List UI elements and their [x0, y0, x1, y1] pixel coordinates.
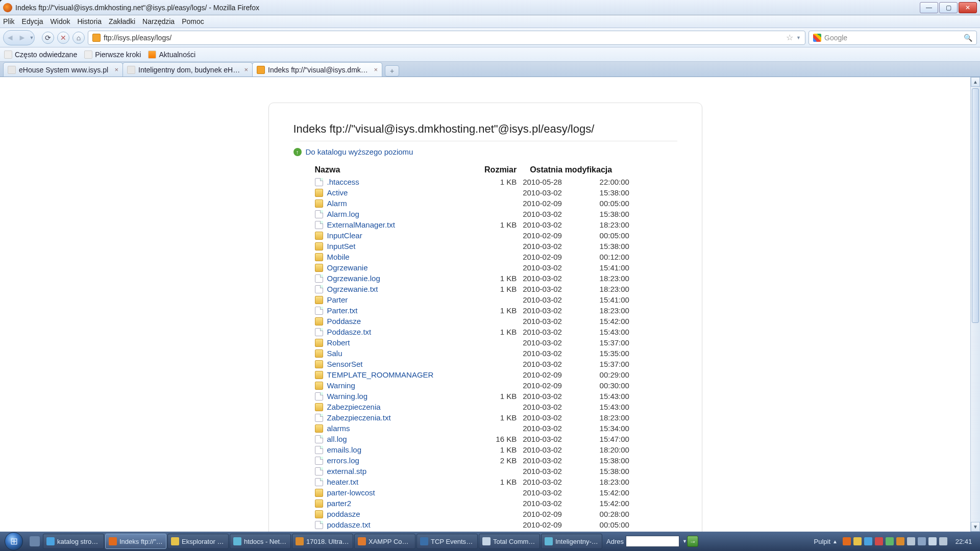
entry-link[interactable]: TEMPLATE_ROOMMANAGER: [327, 370, 434, 379]
tray-icon[interactable]: [939, 537, 947, 545]
tray-icon[interactable]: [853, 537, 862, 545]
entry-link[interactable]: Poddasze: [327, 317, 361, 325]
taskbar-clock[interactable]: 22:41: [952, 538, 975, 545]
entry-link[interactable]: errors.log: [327, 456, 359, 465]
tab-close-icon[interactable]: ×: [374, 66, 378, 73]
scroll-thumb[interactable]: [972, 88, 979, 323]
entry-link[interactable]: Alarm.log: [327, 210, 359, 218]
entry-link[interactable]: parter2: [327, 499, 352, 508]
tab[interactable]: Inteligentny dom, budynek eHouse....×: [122, 62, 253, 77]
taskbar-go-button[interactable]: →: [687, 536, 698, 547]
entry-link[interactable]: Zabezpieczenia.txt: [327, 413, 391, 422]
vertical-scrollbar[interactable]: ▲ ▼: [970, 77, 980, 532]
taskbar-task[interactable]: Inteligentny-d...: [541, 534, 602, 549]
entry-link[interactable]: Parter.txt: [327, 306, 358, 315]
taskbar-task[interactable]: htdocs - NetBe...: [230, 534, 291, 549]
taskbar-task[interactable]: TCP Events Only: [416, 534, 478, 549]
back-forward-cluster[interactable]: ◄ ► ▼: [3, 30, 35, 45]
new-tab-button[interactable]: +: [385, 65, 399, 77]
menu-plik[interactable]: Plik: [3, 17, 15, 26]
entry-link[interactable]: Poddasze.txt: [327, 328, 372, 336]
menu-widok[interactable]: Widok: [51, 17, 70, 26]
tray-icon[interactable]: [896, 537, 904, 545]
entry-link[interactable]: .htaccess: [327, 178, 359, 186]
entry-link[interactable]: InputSet: [327, 242, 356, 251]
taskbar-task[interactable]: XAMPP Contr...: [354, 534, 415, 549]
tab[interactable]: Indeks ftp://"visual@isys.dmkhos...×: [252, 62, 382, 77]
search-icon[interactable]: 🔍: [964, 34, 972, 42]
menu-historia[interactable]: Historia: [78, 17, 102, 26]
tab-close-icon[interactable]: ×: [244, 66, 248, 73]
entry-size: [462, 252, 520, 262]
entry-link[interactable]: Ogrzewanie.txt: [327, 285, 378, 293]
tray-icon[interactable]: [864, 537, 872, 545]
show-desktop-toggle[interactable]: Pulpit ▲: [814, 538, 838, 545]
menu-zakładki[interactable]: Zakładki: [109, 17, 135, 26]
entry-link[interactable]: all.log: [327, 435, 347, 443]
url-bar[interactable]: ftp://isys.pl/easy/logs/ ☆ ▼: [88, 31, 805, 45]
tray-icon[interactable]: [918, 537, 926, 545]
entry-link[interactable]: Parter: [327, 295, 348, 304]
entry-link[interactable]: Warning: [327, 381, 355, 390]
entry-link[interactable]: Zabezpieczenia: [327, 403, 381, 411]
entry-link[interactable]: external.stp: [327, 467, 367, 475]
scroll-down-button[interactable]: ▼: [971, 522, 980, 532]
close-button[interactable]: ✕: [959, 2, 977, 13]
entry-link[interactable]: ExternalManager.txt: [327, 220, 395, 229]
entry-link[interactable]: emails.log: [327, 445, 362, 454]
url-dropdown-icon[interactable]: ▼: [796, 35, 801, 40]
entry-link[interactable]: Ogrzewanie.log: [327, 274, 380, 283]
entry-link[interactable]: Alarm: [327, 199, 347, 208]
entry-link[interactable]: alarms: [327, 424, 350, 433]
task-label: Inteligentny-d...: [555, 538, 599, 545]
col-modified[interactable]: Ostatnia modyfikacja: [520, 163, 677, 177]
bookmark-star-icon[interactable]: ☆: [784, 33, 795, 42]
tray-icon[interactable]: [928, 537, 937, 545]
taskbar-task[interactable]: katalog stron -...: [43, 534, 104, 549]
col-size[interactable]: Rozmiar: [462, 163, 520, 177]
tab-close-icon[interactable]: ×: [114, 66, 118, 73]
taskbar-address-input[interactable]: [626, 536, 679, 547]
stop-button[interactable]: ✕: [57, 32, 69, 44]
entry-link[interactable]: Ogrzewanie: [327, 263, 368, 272]
up-directory-link[interactable]: Do katalogu wyższego poziomu: [293, 147, 677, 156]
menu-pomoc[interactable]: Pomoc: [182, 17, 204, 26]
menu-narzędzia[interactable]: Narzędzia: [142, 17, 175, 26]
tray-icon[interactable]: [875, 537, 883, 545]
entry-link[interactable]: InputClear: [327, 231, 362, 240]
maximize-button[interactable]: ▢: [939, 2, 958, 13]
entry-date: 2010-03-02: [520, 455, 596, 466]
taskbar-task[interactable]: Indeks ftp://"vi...: [105, 534, 166, 549]
quicklaunch-item[interactable]: [30, 536, 40, 546]
entry-link[interactable]: poddasze: [327, 510, 360, 518]
entry-link[interactable]: Active: [327, 188, 348, 197]
bookmark-item[interactable]: Pierwsze kroki: [84, 51, 141, 59]
entry-link[interactable]: Warning.log: [327, 392, 368, 400]
taskbar-task[interactable]: 17018. Ultravox...: [292, 534, 353, 549]
reload-button[interactable]: ⟳: [42, 32, 54, 44]
home-button[interactable]: ⌂: [72, 32, 85, 44]
tray-icon[interactable]: [886, 537, 894, 545]
col-name[interactable]: Nazwa: [293, 163, 462, 177]
tray-icon[interactable]: [907, 537, 915, 545]
entry-link[interactable]: Mobile: [327, 253, 350, 261]
start-button[interactable]: ⊞: [0, 532, 28, 551]
page-viewport: Indeks ftp://"visual@isys.dmkhosting.net…: [0, 77, 970, 532]
address-dropdown-icon[interactable]: ▼: [682, 539, 687, 544]
entry-link[interactable]: poddasze.txt: [327, 520, 371, 529]
entry-link[interactable]: SensorSet: [327, 360, 363, 368]
minimize-button[interactable]: —: [920, 2, 938, 13]
scroll-up-button[interactable]: ▲: [971, 77, 980, 87]
entry-link[interactable]: Robert: [327, 338, 350, 347]
taskbar-task[interactable]: Total Comma...: [479, 534, 540, 549]
search-bar[interactable]: Google 🔍: [808, 31, 977, 45]
tab[interactable]: eHouse System www.isys.pl×: [3, 62, 123, 77]
tray-icon[interactable]: [843, 537, 851, 545]
bookmark-item[interactable]: Często odwiedzane: [4, 51, 77, 59]
entry-link[interactable]: Salu: [327, 349, 342, 358]
entry-link[interactable]: parter-lowcost: [327, 488, 375, 497]
bookmark-item[interactable]: Aktualności: [148, 51, 195, 59]
menu-edycja[interactable]: Edycja: [22, 17, 43, 26]
taskbar-task[interactable]: Eksplorator W...: [167, 534, 229, 549]
entry-link[interactable]: heater.txt: [327, 478, 359, 486]
